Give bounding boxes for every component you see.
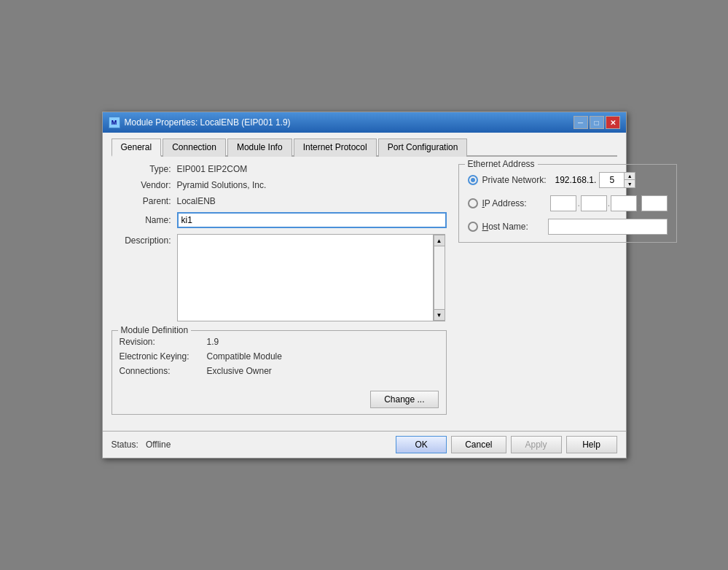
name-row: Name: bbox=[111, 212, 447, 228]
description-scrollbar[interactable]: ▲ ▼ bbox=[434, 234, 445, 321]
type-value: EIP001 EIP2COM bbox=[177, 164, 248, 174]
vendor-value: Pyramid Solutions, Inc. bbox=[177, 180, 267, 190]
ip-octet1[interactable] bbox=[550, 195, 576, 211]
cancel-button[interactable]: Cancel bbox=[451, 436, 506, 453]
keying-row: Electronic Keying: Compatible Module bbox=[120, 351, 439, 362]
vendor-label: Vendor: bbox=[111, 180, 177, 190]
ip-octet4[interactable] bbox=[641, 195, 668, 211]
titlebar-buttons: ─ □ ✕ bbox=[574, 116, 620, 129]
tab-module-info[interactable]: Module Info bbox=[227, 138, 292, 157]
ip-octet3[interactable] bbox=[611, 195, 637, 211]
spin-arrows: ▲ ▼ bbox=[625, 172, 635, 188]
revision-label: Revision: bbox=[120, 337, 207, 347]
ip-dot2: . bbox=[608, 198, 610, 208]
status-value: Offline bbox=[146, 440, 171, 450]
ip-dot3: . bbox=[638, 198, 640, 208]
scroll-up-arrow[interactable]: ▲ bbox=[434, 235, 445, 246]
change-button-row: Change ... bbox=[120, 391, 439, 408]
status-text: Status: Offline bbox=[111, 440, 396, 450]
apply-button[interactable]: Apply bbox=[511, 436, 562, 453]
status-label: Status: bbox=[111, 440, 138, 450]
tab-port-configuration[interactable]: Port Configuration bbox=[378, 138, 468, 157]
keying-label: Electronic Keying: bbox=[120, 351, 207, 362]
window-title: Module Properties: LocalENB (EIP001 1.9) bbox=[125, 117, 291, 128]
ip-address-row: IP Address: . . . bbox=[468, 195, 668, 211]
description-container: ▲ ▼ bbox=[177, 234, 445, 321]
window-icon: M bbox=[109, 117, 120, 128]
dialog-content: General Connection Module Info Internet … bbox=[103, 133, 626, 423]
right-panel: Ethernet Address Private Network: 192.16… bbox=[458, 164, 677, 415]
module-definition-title: Module Definition bbox=[118, 325, 192, 335]
revision-row: Revision: 1.9 bbox=[120, 337, 439, 347]
private-network-row: Private Network: 192.168.1. ▲ ▼ bbox=[468, 172, 668, 188]
ethernet-address-title: Ethernet Address bbox=[465, 159, 538, 169]
status-bar: Status: Offline OK Cancel Apply Help bbox=[103, 431, 626, 458]
scroll-down-arrow[interactable]: ▼ bbox=[434, 309, 445, 321]
tab-general[interactable]: General bbox=[111, 138, 162, 157]
spin-up-arrow[interactable]: ▲ bbox=[625, 173, 635, 180]
host-name-radio[interactable] bbox=[468, 222, 478, 232]
vendor-row: Vendor: Pyramid Solutions, Inc. bbox=[111, 180, 447, 190]
name-input[interactable] bbox=[177, 212, 447, 228]
ip-spinbox: ▲ ▼ bbox=[599, 172, 635, 188]
ip-prefix: 192.168.1. bbox=[555, 175, 597, 185]
tab-connection[interactable]: Connection bbox=[163, 138, 226, 157]
host-name-input[interactable] bbox=[548, 219, 668, 235]
tab-bar: General Connection Module Info Internet … bbox=[111, 138, 617, 157]
titlebar-left: M Module Properties: LocalENB (EIP001 1.… bbox=[109, 117, 291, 128]
ip-dot1: . bbox=[577, 198, 579, 208]
footer-buttons: OK Cancel Apply Help bbox=[396, 436, 617, 453]
parent-label: Parent: bbox=[111, 196, 177, 206]
minimize-button[interactable]: ─ bbox=[574, 116, 588, 129]
ok-button[interactable]: OK bbox=[396, 436, 447, 453]
private-network-radio[interactable] bbox=[468, 175, 478, 185]
ip-address-label: IP Address: bbox=[482, 198, 551, 208]
module-definition-box: Module Definition Revision: 1.9 Electron… bbox=[111, 330, 447, 415]
parent-value: LocalENB bbox=[177, 196, 216, 206]
change-button[interactable]: Change ... bbox=[370, 391, 438, 408]
description-label: Description: bbox=[111, 234, 177, 246]
parent-row: Parent: LocalENB bbox=[111, 196, 447, 206]
ethernet-address-box: Ethernet Address Private Network: 192.16… bbox=[458, 164, 677, 243]
titlebar: M Module Properties: LocalENB (EIP001 1.… bbox=[103, 112, 626, 133]
revision-value: 1.9 bbox=[207, 337, 219, 347]
help-button[interactable]: Help bbox=[566, 436, 617, 453]
spin-down-arrow[interactable]: ▼ bbox=[625, 180, 635, 187]
type-row: Type: EIP001 EIP2COM bbox=[111, 164, 447, 174]
ip-octet2[interactable] bbox=[581, 195, 607, 211]
ip-address-input-group: . . . bbox=[550, 195, 667, 211]
ip-address-radio[interactable] bbox=[468, 198, 478, 208]
connections-row: Connections: Exclusive Owner bbox=[120, 366, 439, 376]
connections-value: Exclusive Owner bbox=[207, 366, 272, 376]
keying-value: Compatible Module bbox=[207, 351, 282, 362]
host-name-label: Host Name: bbox=[482, 222, 548, 232]
description-row: Description: ▲ ▼ bbox=[111, 234, 447, 321]
connections-label: Connections: bbox=[120, 366, 207, 376]
private-network-label: Private Network: bbox=[482, 175, 555, 185]
main-area: Type: EIP001 EIP2COM Vendor: Pyramid Sol… bbox=[111, 164, 617, 415]
description-input[interactable] bbox=[177, 234, 434, 321]
maximize-button[interactable]: □ bbox=[590, 116, 604, 129]
tab-internet-protocol[interactable]: Internet Protocol bbox=[294, 138, 377, 157]
host-name-row: Host Name: bbox=[468, 219, 668, 235]
name-label: Name: bbox=[111, 215, 177, 225]
private-network-value-input[interactable] bbox=[599, 172, 625, 188]
close-button[interactable]: ✕ bbox=[606, 116, 620, 129]
left-panel: Type: EIP001 EIP2COM Vendor: Pyramid Sol… bbox=[111, 164, 447, 415]
main-window: M Module Properties: LocalENB (EIP001 1.… bbox=[102, 112, 627, 458]
type-label: Type: bbox=[111, 164, 177, 174]
